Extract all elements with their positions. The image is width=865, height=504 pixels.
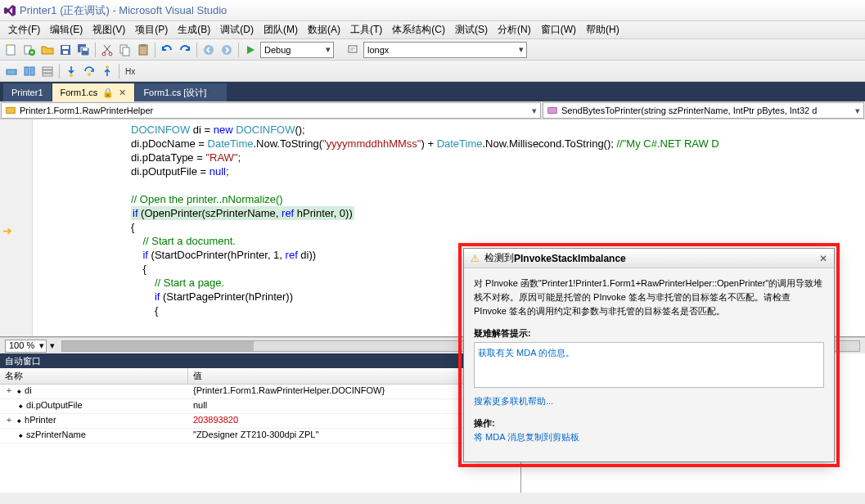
warning-icon: ⚠ bbox=[471, 253, 480, 264]
step-out-icon[interactable] bbox=[99, 63, 115, 79]
svg-point-27 bbox=[106, 65, 109, 69]
menu-tools[interactable]: 工具(T) bbox=[345, 21, 387, 38]
open-icon[interactable] bbox=[39, 42, 56, 58]
copy-mda-link[interactable]: 将 MDA 消息复制到剪贴板 bbox=[474, 432, 579, 442]
svg-rect-0 bbox=[7, 45, 15, 55]
type-nav-combo[interactable]: Printer1.Form1.RawPrinterHelper bbox=[1, 102, 541, 119]
step-into-icon[interactable] bbox=[63, 63, 79, 79]
svg-rect-20 bbox=[25, 67, 29, 75]
hint-title: 疑难解答提示: bbox=[474, 326, 824, 340]
separator bbox=[95, 43, 96, 57]
svg-rect-23 bbox=[43, 70, 52, 73]
stack-icon[interactable] bbox=[39, 63, 56, 79]
menu-project[interactable]: 项目(P) bbox=[130, 21, 173, 38]
table-row[interactable]: +⬥ hPrinter203893820 bbox=[0, 414, 520, 429]
separator bbox=[238, 43, 239, 57]
scrollbar-thumb[interactable] bbox=[62, 341, 254, 351]
svg-rect-5 bbox=[62, 46, 69, 49]
close-icon[interactable]: ✕ bbox=[819, 253, 827, 264]
table-row[interactable]: ⬥ szPrinterName"ZDesigner ZT210-300dpi Z… bbox=[0, 429, 520, 443]
step-over-icon[interactable] bbox=[81, 63, 97, 79]
menu-debug[interactable]: 调试(D) bbox=[215, 21, 259, 38]
find-combo[interactable]: longx bbox=[363, 42, 527, 58]
menu-team[interactable]: 团队(M) bbox=[259, 21, 303, 38]
copy-icon[interactable] bbox=[117, 42, 133, 58]
hex-icon[interactable]: Hx bbox=[123, 63, 139, 79]
separator bbox=[119, 64, 119, 79]
toolbar-1: Debug longx bbox=[0, 39, 865, 61]
thread-icon[interactable] bbox=[21, 63, 38, 79]
toolbar-2: Hx bbox=[0, 61, 865, 82]
menu-analyze[interactable]: 分析(N) bbox=[493, 21, 536, 38]
col-name-header[interactable]: 名称 bbox=[0, 368, 188, 384]
menu-data[interactable]: 数据(A) bbox=[303, 21, 345, 38]
tab-form1-cs[interactable]: Form1.cs🔒✕ bbox=[52, 83, 135, 101]
separator bbox=[196, 43, 197, 57]
dialog-header: ⚠ 检测到 PInvokeStackImbalance ✕ bbox=[464, 249, 834, 268]
mda-info-link[interactable]: 获取有关 MDA 的信息。 bbox=[478, 348, 574, 358]
table-row[interactable]: +⬥ di{Printer1.Form1.RawPrinterHelper.DO… bbox=[0, 385, 520, 399]
dialog-message: 对 PInvoke 函数"Printer1!Printer1.Form1+Raw… bbox=[474, 277, 824, 318]
dialog-title-prefix: 检测到 bbox=[484, 251, 514, 265]
redo-icon[interactable] bbox=[177, 42, 193, 58]
menu-view[interactable]: 视图(V) bbox=[88, 21, 130, 38]
svg-rect-9 bbox=[83, 48, 88, 51]
autos-pane: 自动窗口 名称 值 +⬥ di{Printer1.Form1.RawPrinte… bbox=[0, 353, 521, 493]
search-help-link[interactable]: 搜索更多联机帮助... bbox=[474, 396, 553, 406]
svg-point-25 bbox=[70, 74, 73, 77]
svg-point-17 bbox=[222, 45, 232, 55]
menu-build[interactable]: 生成(B) bbox=[173, 21, 215, 38]
menubar: 文件(F) 编辑(E) 视图(V) 项目(P) 生成(B) 调试(D) 团队(M… bbox=[0, 21, 865, 39]
ops-title: 操作: bbox=[474, 416, 824, 430]
paste-icon[interactable] bbox=[135, 42, 151, 58]
svg-rect-22 bbox=[43, 67, 52, 70]
undo-icon[interactable] bbox=[159, 42, 175, 58]
start-debug-icon[interactable] bbox=[242, 42, 259, 58]
close-icon[interactable]: ✕ bbox=[211, 88, 219, 98]
svg-rect-1 bbox=[8, 44, 11, 46]
menu-file[interactable]: 文件(F) bbox=[3, 21, 45, 38]
current-statement-icon: ➔ bbox=[2, 224, 12, 237]
svg-rect-24 bbox=[43, 74, 52, 76]
vs-logo-icon bbox=[3, 4, 16, 17]
expander-icon[interactable]: + bbox=[5, 415, 13, 425]
menu-architecture[interactable]: 体系结构(C) bbox=[387, 21, 450, 38]
class-icon bbox=[5, 105, 16, 116]
svg-rect-21 bbox=[30, 67, 34, 75]
menu-help[interactable]: 帮助(H) bbox=[581, 21, 624, 38]
separator bbox=[59, 64, 60, 79]
expander-icon[interactable]: + bbox=[5, 385, 13, 395]
grid-header: 名称 值 bbox=[0, 368, 520, 385]
tab-printer1[interactable]: Printer1 bbox=[3, 83, 52, 101]
config-dropdown[interactable]: Debug bbox=[260, 42, 334, 58]
svg-rect-30 bbox=[548, 108, 557, 114]
find-icon[interactable] bbox=[345, 42, 362, 58]
nav-fwd-icon[interactable] bbox=[219, 42, 235, 58]
tab-form1-design[interactable]: Form1.cs [设计]✕ bbox=[135, 83, 227, 101]
new-project-icon[interactable] bbox=[3, 42, 20, 58]
nav-back-icon[interactable] bbox=[200, 42, 217, 58]
svg-point-26 bbox=[88, 73, 91, 76]
svg-point-16 bbox=[204, 45, 214, 55]
table-row[interactable]: ⬥ di.pOutputFilenull bbox=[0, 399, 520, 414]
separator bbox=[155, 43, 155, 57]
tabbar: Printer1 Form1.cs🔒✕ Form1.cs [设计]✕ bbox=[0, 82, 865, 101]
save-icon[interactable] bbox=[57, 42, 74, 58]
zoom-combo[interactable]: 100 % bbox=[5, 340, 47, 353]
dialog-title: PInvokeStackImbalance bbox=[514, 253, 626, 264]
splitter-icon[interactable]: ▾ bbox=[50, 340, 55, 351]
close-icon[interactable]: ✕ bbox=[119, 88, 126, 98]
menu-edit[interactable]: 编辑(E) bbox=[45, 21, 88, 38]
svg-rect-13 bbox=[123, 47, 129, 56]
cut-icon[interactable] bbox=[99, 42, 115, 58]
member-nav-combo[interactable]: SendBytesToPrinter(string szPrinterName,… bbox=[543, 102, 864, 119]
add-item-icon[interactable] bbox=[21, 42, 38, 58]
method-icon bbox=[547, 105, 558, 116]
svg-rect-18 bbox=[349, 46, 357, 52]
hint-box[interactable]: 获取有关 MDA 的信息。 bbox=[474, 342, 824, 388]
process-icon[interactable] bbox=[3, 63, 20, 79]
menu-test[interactable]: 测试(S) bbox=[450, 21, 493, 38]
save-all-icon[interactable] bbox=[75, 42, 92, 58]
menu-window[interactable]: 窗口(W) bbox=[536, 21, 581, 38]
svg-rect-6 bbox=[63, 51, 68, 54]
